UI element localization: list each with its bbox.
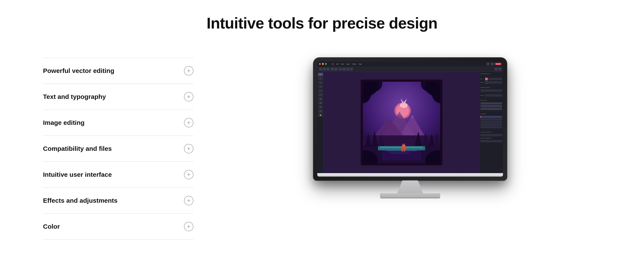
tool-zoom: ⌕ <box>318 89 323 93</box>
svg-rect-29 <box>402 147 403 151</box>
accordion-item-vector[interactable]: Powerful vector editing + <box>43 58 194 84</box>
accordion-label-text: Text and typography <box>43 93 106 100</box>
screen-menubar: File Edit View Layer Object Type <box>317 62 503 66</box>
accordion-item-ui[interactable]: Intuitive user interface + <box>43 161 194 187</box>
menu-type: Type <box>358 63 362 65</box>
effect-item-2 <box>480 105 502 107</box>
accordion-label-color: Color <box>43 223 60 230</box>
panel-title-color-adjust: Color Adjust <box>480 131 502 133</box>
content-row: Powerful vector editing + Text and typog… <box>43 58 601 240</box>
tool-crop: ⊡ <box>318 105 323 109</box>
monitor-screen: File Edit View Layer Object Type <box>317 62 503 173</box>
panel-input-stroke <box>488 81 502 83</box>
plus-circle-icon-vector: + <box>184 66 194 76</box>
menu-edit: Edit <box>336 63 338 65</box>
plus-circle-icon-text: + <box>184 92 194 102</box>
plus-circle-icon-color: + <box>184 222 194 231</box>
accordion-item-image[interactable]: Image editing + <box>43 110 194 135</box>
tool-node: ◈ <box>318 97 323 101</box>
tool-pen: ✏ <box>318 77 323 80</box>
svg-point-32 <box>402 144 406 147</box>
panel-divider-6 <box>480 129 502 130</box>
toolbar-tool-4 <box>331 68 334 71</box>
monitor-stand-base <box>380 193 440 198</box>
panel-title-layers2: Layers <box>480 113 502 115</box>
view-btn-2 <box>498 68 501 71</box>
monitor-stand-neck <box>397 180 423 193</box>
effect-item-1 <box>480 102 502 105</box>
panel-dropdown-blend <box>480 90 502 92</box>
panel-divider-1 <box>480 76 502 76</box>
tool-gradient: ◐ <box>318 101 323 105</box>
layer-5 <box>480 126 502 128</box>
panel-label-opacity: Opacity <box>480 95 485 96</box>
accordion-label-image: Image editing <box>43 119 84 126</box>
screen-tools: ↖ ✏ ▭ T ⌕ ⬡ ◈ ◐ ⊡ ⊟ <box>317 72 324 173</box>
export-button: Export <box>495 63 501 65</box>
menu-view: View <box>341 63 344 65</box>
svg-point-5 <box>400 103 408 108</box>
tool-slice: ⊟ <box>318 109 323 113</box>
tool-hand: ✋ <box>318 114 323 117</box>
layer-2 <box>480 119 502 121</box>
panel-divider-4 <box>480 98 502 98</box>
page-container: Intuitive tools for precise design Power… <box>0 0 644 254</box>
monitor-body: File Edit View Layer Object Type <box>314 58 507 180</box>
layer-1 <box>480 116 502 118</box>
accordion-item-text[interactable]: Text and typography + <box>43 84 194 110</box>
panel-dropdown-shadow <box>480 140 502 142</box>
toolbar-tool-6 <box>339 68 342 71</box>
page-title: Intuitive tools for precise design <box>206 14 438 32</box>
screen-toolbar <box>317 66 503 72</box>
screen-panel: Appearance Fill Stroke <box>479 72 503 173</box>
svg-rect-24 <box>389 152 410 152</box>
toolbar-icon-1 <box>486 62 490 65</box>
panel-title-effects: Effects <box>480 99 502 102</box>
accordion-label-vector: Powerful vector editing <box>43 67 114 74</box>
accordion-label-ui: Intuitive user interface <box>43 171 112 178</box>
panel-row-color2: Stroke <box>480 81 502 84</box>
accordion-label-effects: Effects and adjustments <box>43 197 118 204</box>
monitor-section: File Edit View Layer Object Type <box>219 58 601 198</box>
accordion-item-compat[interactable]: Compatibility and files + <box>43 135 194 161</box>
layers-list <box>480 116 502 128</box>
panel-input-fill <box>488 78 502 80</box>
toolbar-sep-2 <box>338 68 338 71</box>
toolbar-tool-1 <box>319 68 322 71</box>
panel-divider-3 <box>480 93 502 93</box>
toolbar-tool-7 <box>343 68 346 71</box>
tool-rect: ▭ <box>318 81 323 84</box>
panel-divider-5 <box>480 111 502 112</box>
panel-title-blend: Blend Mode <box>480 86 502 89</box>
screen-content: File Edit View Layer Object Type <box>317 62 503 173</box>
menu-object: Object <box>352 63 356 65</box>
toolbar-tool-8 <box>346 68 349 71</box>
effects-list <box>480 102 502 110</box>
panel-label-fill: Fill <box>480 78 485 80</box>
toolbar-tool-2 <box>323 68 326 71</box>
panel-dropdown-color <box>480 134 502 136</box>
toolbar-tool-9 <box>350 68 353 71</box>
panel-label-stroke: Stroke <box>480 82 485 83</box>
window-dot-red <box>319 63 321 65</box>
monitor-chin <box>317 173 503 177</box>
tool-select: ↖ <box>318 73 323 76</box>
panel-row-opacity: Opacity <box>480 94 502 97</box>
screen-main: ↖ ✏ ▭ T ⌕ ⬡ ◈ ◐ ⊡ ⊟ <box>317 72 503 173</box>
layer-3 <box>480 121 502 123</box>
panel-input-opacity <box>485 94 502 97</box>
tool-text: T <box>318 85 323 88</box>
tool-fill: ⬡ <box>318 93 323 97</box>
menu-file: File <box>332 63 334 65</box>
monitor-wrapper: File Edit View Layer Object Type <box>314 58 507 198</box>
window-dot-yellow <box>322 63 324 65</box>
menu-items: File Edit View Layer Object Type <box>332 63 362 65</box>
plus-circle-icon-ui: + <box>184 170 194 179</box>
accordion-item-effects[interactable]: Effects and adjustments + <box>43 187 194 213</box>
plus-circle-icon-effects: + <box>184 196 194 205</box>
color-swatch-stroke <box>485 81 488 84</box>
screen-canvas <box>324 72 479 173</box>
accordion-item-color[interactable]: Color + <box>43 213 194 240</box>
panel-divider-2 <box>480 85 502 85</box>
panel-title-drop-shadow: Drop Shadow <box>480 137 502 139</box>
